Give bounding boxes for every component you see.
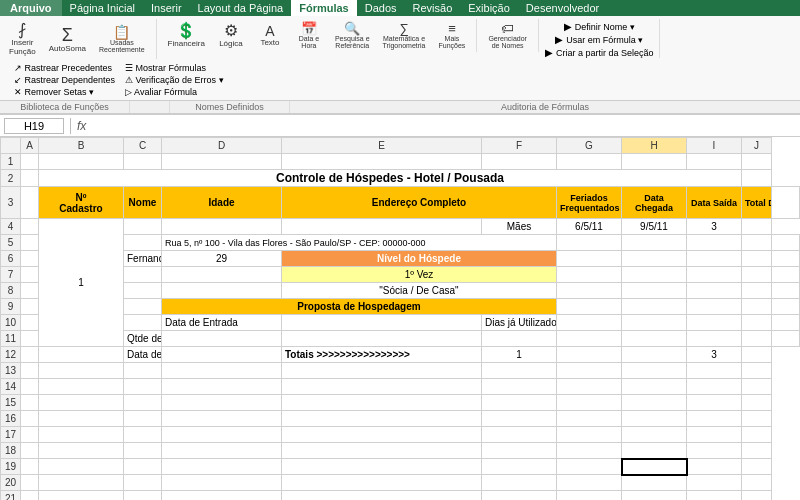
toolbar-group-defined-names: ▶Definir Nome ▾ ▶Usar em Fórmula ▾ ▶Cria… xyxy=(545,19,661,58)
dias-utilizados-label: Dias já Utilizados xyxy=(482,315,557,331)
spreadsheet-title: Controle de Hóspedes - Hotel / Pousada xyxy=(39,170,742,187)
total-dias-value: 3 xyxy=(687,219,742,235)
h19-cell[interactable] xyxy=(622,459,687,475)
spreadsheet-table: A B C D E F G H I J 1 xyxy=(0,137,800,500)
audit-right: ☰ Mostrar Fórmulas ⚠ Verificação de Erro… xyxy=(125,63,224,97)
menu-formulas[interactable]: Fórmulas xyxy=(291,0,357,16)
row-header-11: 11 xyxy=(1,331,21,347)
rastrear-precedentes-btn[interactable]: ↗ Rastrear Precedentes xyxy=(14,63,115,73)
data-chegada-value: 6/5/11 xyxy=(557,219,622,235)
autosum-icon: Σ xyxy=(62,26,73,44)
autosum-btn[interactable]: Σ AutoSoma xyxy=(44,23,91,56)
menu-inserir[interactable]: Inserir xyxy=(143,0,190,16)
col-header-h[interactable]: H xyxy=(622,138,687,154)
criar-selecao-btn[interactable]: ▶Criar a partir da Seleção xyxy=(545,47,654,58)
table-row: 21 xyxy=(1,491,800,501)
row-header-8: 8 xyxy=(1,283,21,299)
fx-label: fx xyxy=(77,119,86,133)
data-saida-value: 9/5/11 xyxy=(622,219,687,235)
col-header-f[interactable]: F xyxy=(482,138,557,154)
ribbon: Arquivo Página Inicial Inserir Layout da… xyxy=(0,0,800,115)
nivel-hospede-header: Nível do Hóspede xyxy=(282,251,557,267)
menu-revisao[interactable]: Revisão xyxy=(405,0,461,16)
col-header-d[interactable]: D xyxy=(162,138,282,154)
rastrear-dependentes-btn[interactable]: ↙ Rastrear Dependentes xyxy=(14,75,115,85)
toolbar-group-names: 🏷Gerenciadorde Nomes xyxy=(483,19,539,52)
menu-exibicao[interactable]: Exibição xyxy=(460,0,518,16)
group-labels-bar: Biblioteca de Funções Nomes Definidos Au… xyxy=(0,101,800,114)
nivel-socia: "Sócia / De Casa" xyxy=(282,283,557,299)
logica-btn[interactable]: ⚙Lógica xyxy=(213,20,249,51)
header-data-chegada: DataChegada xyxy=(622,187,687,219)
usar-em-formula-btn[interactable]: ▶Usar em Fórmula ▾ xyxy=(555,34,643,45)
audit-left: ↗ Rastrear Precedentes ↙ Rastrear Depend… xyxy=(14,63,115,97)
menu-layout[interactable]: Layout da Página xyxy=(190,0,292,16)
row-header-10: 10 xyxy=(1,315,21,331)
table-row: 13 xyxy=(1,363,800,379)
header-data-saida: Data Saída xyxy=(687,187,742,219)
table-row: 2 Controle de Hóspedes - Hotel / Pousada xyxy=(1,170,800,187)
nivel-1a-vez: 1º Vez xyxy=(282,267,557,283)
totais-dias: 3 xyxy=(687,347,742,363)
header-idade: Idade xyxy=(162,187,282,219)
table-row: 12 Data de saída Totais >>>>>>>>>>>>>>>>… xyxy=(1,347,800,363)
menu-desenvolvedor[interactable]: Desenvolvedor xyxy=(518,0,607,16)
header-feriados: FeriadosFrequentados xyxy=(557,187,622,219)
toolbar-group-fn-lib: 💲Financeira ⚙Lógica ATexto 📅Data eHora 🔍… xyxy=(163,19,478,52)
gerenciador-nomes-btn[interactable]: 🏷Gerenciadorde Nomes xyxy=(483,19,532,52)
col-header-e[interactable]: E xyxy=(282,138,482,154)
table-row: 3 NºCadastro Nome Idade Endereço Complet… xyxy=(1,187,800,219)
row-header-4: 4 xyxy=(1,219,21,235)
menu-bar: Arquivo Página Inicial Inserir Layout da… xyxy=(0,0,800,16)
col-header-j[interactable]: J xyxy=(742,138,772,154)
avaliar-formula-btn[interactable]: ▷ Avaliar Fórmula xyxy=(125,87,224,97)
data-saida-label: Data de saída xyxy=(124,347,162,363)
menu-dados[interactable]: Dados xyxy=(357,0,405,16)
formula-input[interactable] xyxy=(90,119,796,133)
header-total-dias: Total Dias xyxy=(742,187,772,219)
pesquisa-ref-btn[interactable]: 🔍Pesquisa eReferência xyxy=(330,19,375,52)
row-header-2: 2 xyxy=(1,170,21,187)
remover-setas-btn[interactable]: ✕ Remover Setas ▾ xyxy=(14,87,115,97)
definir-nome-btn[interactable]: ▶Definir Nome ▾ xyxy=(564,21,635,32)
cell-reference-input[interactable] xyxy=(4,118,64,134)
header-cadastro: NºCadastro xyxy=(39,187,124,219)
mostrar-formulas-btn[interactable]: ☰ Mostrar Fórmulas xyxy=(125,63,224,73)
table-row: 14 xyxy=(1,379,800,395)
recently-used-icon: 📋 xyxy=(113,25,130,39)
recently-used-btn[interactable]: 📋 UsadasRecentemente xyxy=(94,22,150,56)
proposta-hospedagem-header: Proposta de Hospedagem xyxy=(162,299,557,315)
col-headers-row: A B C D E F G H I J xyxy=(1,138,800,154)
totais-feriados: 1 xyxy=(482,347,557,363)
col-header-i[interactable]: I xyxy=(687,138,742,154)
texto-btn[interactable]: ATexto xyxy=(252,21,288,50)
col-header-c[interactable]: C xyxy=(124,138,162,154)
endereco-value: Rua 5, nº 100 - Vila das Flores - São Pa… xyxy=(162,235,557,251)
data-hora-btn[interactable]: 📅Data eHora xyxy=(291,19,327,52)
mais-funcoes-btn[interactable]: ≡MaisFunções xyxy=(434,19,471,52)
math-trig-btn[interactable]: ∑Matemática eTrigonometria xyxy=(378,19,431,52)
table-row: 20 xyxy=(1,475,800,491)
table-row: 17 xyxy=(1,427,800,443)
row-header-6: 6 xyxy=(1,251,21,267)
idade-value: 29 xyxy=(162,251,282,267)
qtde-dias-label: Qtde de dias xyxy=(124,331,162,347)
table-row: 1 xyxy=(1,154,800,170)
table-row: 16 xyxy=(1,411,800,427)
financeira-btn[interactable]: 💲Financeira xyxy=(163,20,210,51)
inserir-funcao-btn[interactable]: ⨏ InserirFunção xyxy=(4,19,41,59)
col-header-a[interactable]: A xyxy=(21,138,39,154)
menu-pagina-inicial[interactable]: Página Inicial xyxy=(62,0,143,16)
data-entrada-label: Data de Entrada xyxy=(162,315,282,331)
table-row: 18 xyxy=(1,443,800,459)
table-row: 19 xyxy=(1,459,800,475)
insert-fn-icon: ⨏ xyxy=(18,22,26,38)
formula-bar: fx xyxy=(0,115,800,137)
col-header-b[interactable]: B xyxy=(39,138,124,154)
verificacao-erros-btn[interactable]: ⚠ Verificação de Erros ▾ xyxy=(125,75,224,85)
formula-divider xyxy=(70,118,71,134)
col-header-g[interactable]: G xyxy=(557,138,622,154)
table-row: 4 1 Mães 6/5/11 9/5/11 3 xyxy=(1,219,800,235)
menu-arquivo[interactable]: Arquivo xyxy=(0,0,62,16)
row-header-1: 1 xyxy=(1,154,21,170)
